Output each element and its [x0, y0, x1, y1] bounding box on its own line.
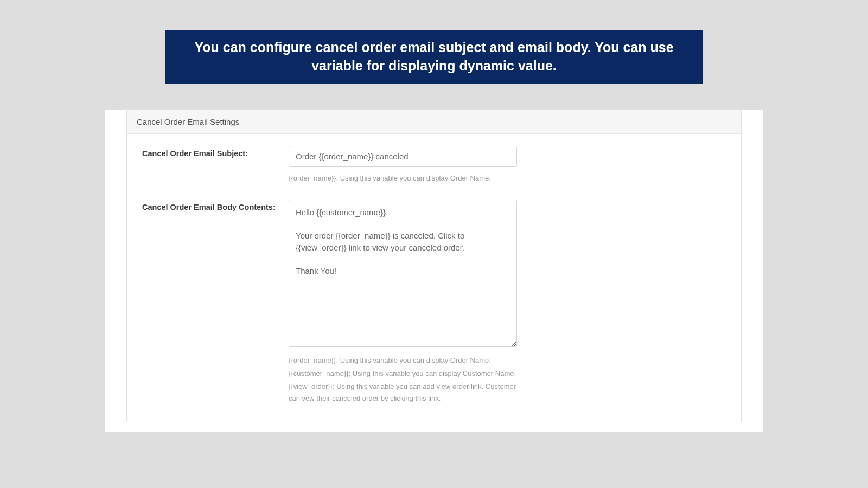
body-hint-line: {{order_name}}: Using this variable you …: [289, 355, 517, 367]
info-banner-text: You can configure cancel order email sub…: [194, 40, 673, 73]
panel-title: Cancel Order Email Settings: [127, 110, 741, 134]
panel-body: Cancel Order Email Subject: {{order_name…: [127, 134, 741, 422]
subject-field-wrap: {{order_name}}: Using this variable you …: [289, 146, 517, 184]
subject-input[interactable]: [289, 146, 517, 167]
body-textarea[interactable]: [289, 200, 517, 347]
subject-row: Cancel Order Email Subject: {{order_name…: [142, 146, 726, 184]
body-hint-line: {{customer_name}}: Using this variable y…: [289, 368, 517, 380]
subject-label: Cancel Order Email Subject:: [142, 146, 289, 158]
info-banner: You can configure cancel order email sub…: [165, 30, 703, 84]
body-row: Cancel Order Email Body Contents: {{orde…: [142, 200, 726, 406]
settings-panel: Cancel Order Email Settings Cancel Order…: [126, 110, 742, 422]
body-label: Cancel Order Email Body Contents:: [142, 200, 289, 211]
subject-hint: {{order_name}}: Using this variable you …: [289, 172, 517, 184]
body-field-wrap: {{order_name}}: Using this variable you …: [289, 200, 517, 406]
body-hint-line: {{view_order}}: Using this variable you …: [289, 381, 517, 404]
body-hints: {{order_name}}: Using this variable you …: [289, 355, 517, 404]
settings-card: Cancel Order Email Settings Cancel Order…: [105, 110, 763, 432]
